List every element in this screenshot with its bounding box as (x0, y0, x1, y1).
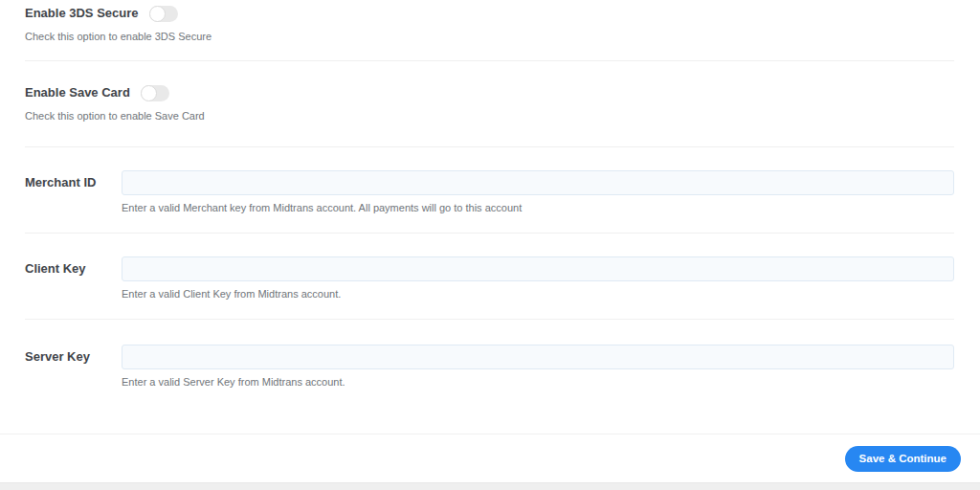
page-footer-strip (0, 482, 980, 490)
section-server-key: Server Key Enter a valid Server Key from… (25, 320, 954, 434)
enable-3ds-secure-toggle[interactable] (149, 6, 178, 22)
toggle-knob-icon (149, 6, 166, 22)
enable-save-card-help: Check this option to enable Save Card (25, 110, 954, 122)
merchant-id-label: Merchant ID (25, 170, 122, 189)
server-key-input[interactable] (122, 345, 954, 369)
toggle-knob-icon (141, 85, 157, 101)
section-enable-save-card: Enable Save Card Check this option to en… (25, 61, 954, 147)
client-key-input[interactable] (122, 256, 954, 281)
enable-save-card-label: Enable Save Card (25, 84, 130, 101)
section-client-key: Client Key Enter a valid Client Key from… (25, 234, 954, 320)
settings-form: Enable 3DS Secure Check this option to e… (0, 0, 980, 490)
merchant-id-help: Enter a valid Merchant key from Midtrans… (122, 202, 954, 213)
client-key-help: Enter a valid Client Key from Midtrans a… (122, 288, 954, 300)
merchant-id-input[interactable] (122, 170, 954, 195)
save-continue-button[interactable]: Save & Continue (845, 446, 961, 472)
server-key-label: Server Key (25, 345, 122, 364)
section-merchant-id: Merchant ID Enter a valid Merchant key f… (25, 147, 954, 234)
server-key-help: Enter a valid Server Key from Midtrans a… (122, 376, 954, 388)
enable-save-card-toggle[interactable] (141, 85, 169, 101)
client-key-label: Client Key (25, 256, 122, 276)
form-actions: Save & Continue (0, 434, 980, 482)
enable-3ds-secure-label: Enable 3DS Secure (25, 5, 139, 22)
section-enable-3ds-secure: Enable 3DS Secure Check this option to e… (25, 0, 954, 61)
enable-3ds-secure-help: Check this option to enable 3DS Secure (25, 31, 954, 42)
